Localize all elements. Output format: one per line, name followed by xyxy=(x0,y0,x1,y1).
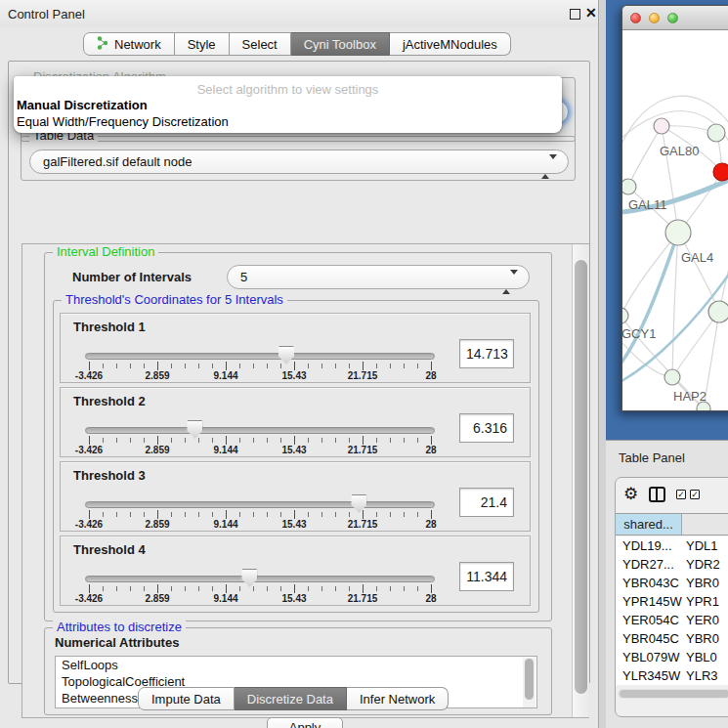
algorithm-option-manual[interactable]: Manual Discretization xyxy=(17,98,554,112)
tab-cyni-toolbox[interactable]: Cyni Toolbox xyxy=(291,32,390,56)
table-row[interactable]: YDL19...YDL1 xyxy=(616,536,728,555)
slider-major-tick xyxy=(363,362,364,370)
float-window-icon[interactable] xyxy=(570,9,580,20)
vertical-scrollbar-thumb[interactable] xyxy=(575,260,587,694)
panel-title: Control Panel xyxy=(8,7,85,21)
slider-handle[interactable] xyxy=(241,569,257,587)
gear-icon[interactable]: ⚙ xyxy=(623,486,638,502)
slider-handle[interactable] xyxy=(351,494,366,513)
slider-track[interactable] xyxy=(85,501,435,508)
slider-major-tick xyxy=(431,362,432,370)
vertical-scrollbar[interactable] xyxy=(572,244,589,717)
tab-network[interactable]: Network xyxy=(83,32,175,56)
threshold-value-field[interactable]: 11.344 xyxy=(459,562,514,591)
tab-discretize-data[interactable]: Discretize Data xyxy=(235,687,347,710)
slider-major-tick xyxy=(294,510,295,519)
table-cell[interactable]: YLR3 xyxy=(682,666,728,685)
table-cell[interactable]: YDL1 xyxy=(682,536,728,555)
threshold-panel-4: Threshold 4-3.4262.8599.14415.4321.71528… xyxy=(60,535,531,606)
attribute-list-item[interactable]: SelfLoops xyxy=(56,657,536,673)
table-cell[interactable]: YBR0 xyxy=(682,629,728,648)
node-table: ⚙ ✓ ✓ shared... n YDL19...YDL1YDR27...YD… xyxy=(615,477,728,717)
num-intervals-select[interactable]: 5 xyxy=(227,265,530,289)
apply-button[interactable]: Apply xyxy=(267,717,343,728)
attributes-group-title: Attributes to discretize xyxy=(53,620,186,634)
table-panel-title: Table Panel xyxy=(619,450,685,465)
network-window: GAL80 GAL11 GAL4 GCY1 HAP2 H GA C xyxy=(621,5,728,411)
slider-track[interactable] xyxy=(85,427,435,434)
algorithm-option-equal-width[interactable]: Equal Width/Frequency Discretization xyxy=(17,114,554,129)
slider-major-tick xyxy=(363,510,364,519)
table-row[interactable]: YDR27...YDR2 xyxy=(616,555,728,574)
table-data-select[interactable]: galFiltered.sif default node xyxy=(29,150,569,174)
slider-track[interactable] xyxy=(85,353,435,360)
tab-label: Discretize Data xyxy=(247,692,333,707)
table-row[interactable]: YBR045CYBR0 xyxy=(616,629,728,648)
close-icon[interactable]: ✕ xyxy=(585,5,597,21)
slider-handle[interactable] xyxy=(278,346,294,364)
tab-label: Network xyxy=(114,37,161,52)
slider-major-tick xyxy=(431,436,432,445)
tab-select[interactable]: Select xyxy=(230,32,291,56)
tab-label: Infer Network xyxy=(360,692,435,707)
tab-impute-data[interactable]: Impute Data xyxy=(138,687,235,710)
table-cell[interactable]: YBR045C xyxy=(616,629,682,648)
node-hap2[interactable] xyxy=(664,369,680,385)
horizontal-scrollbar[interactable] xyxy=(618,689,728,699)
column-header-shared-name[interactable]: shared... xyxy=(616,514,682,535)
node-right-mid[interactable] xyxy=(708,301,728,322)
column-header-name[interactable]: n xyxy=(682,514,728,535)
slider-major-tick xyxy=(226,436,227,445)
slider-major-tick xyxy=(294,362,295,370)
panel-divider[interactable] xyxy=(598,0,606,728)
horizontal-scrollbar-thumb[interactable] xyxy=(620,690,728,698)
tick-label: -3.426 xyxy=(75,593,103,604)
table-row[interactable]: YLR345WYLR3 xyxy=(616,666,728,685)
table-cell[interactable]: YBR0 xyxy=(682,574,728,592)
split-view-icon[interactable] xyxy=(649,487,665,502)
tab-infer-network[interactable]: Infer Network xyxy=(347,687,449,710)
table-cell[interactable]: YER0 xyxy=(682,611,728,629)
table-cell[interactable]: YDR27... xyxy=(616,555,682,574)
threshold-value-field[interactable]: 21.4 xyxy=(459,488,514,517)
control-panel-titlebar: Control Panel ✕ xyxy=(0,0,598,27)
table-row[interactable]: YBL079WYBL0 xyxy=(616,648,728,666)
table-cell[interactable]: YBL079W xyxy=(616,648,682,666)
node-top-right[interactable] xyxy=(707,124,725,142)
table-cell[interactable]: YBL0 xyxy=(682,648,728,666)
threshold-value-field[interactable]: 14.713 xyxy=(459,339,514,368)
threshold-value-field[interactable]: 6.316 xyxy=(459,413,514,443)
table-cell[interactable]: YER054C xyxy=(616,611,682,629)
slider-major-tick xyxy=(226,510,227,519)
zoom-traffic-light-icon[interactable] xyxy=(667,13,678,23)
table-row[interactable]: YPR145WYPR1 xyxy=(616,592,728,611)
table-row[interactable]: YER054CYER0 xyxy=(616,611,728,629)
table-cell[interactable]: YLR345W xyxy=(616,666,682,685)
node-gal80[interactable] xyxy=(654,118,669,134)
list-scrollbar-thumb[interactable] xyxy=(525,659,534,700)
slider-minor-ticks xyxy=(89,586,432,591)
close-traffic-light-icon[interactable] xyxy=(630,13,641,23)
table-row[interactable]: YBR043CYBR0 xyxy=(616,574,728,592)
tab-jactivemnodules[interactable]: jActiveMNodules xyxy=(390,32,511,56)
threshold-label: Threshold 4 xyxy=(73,542,146,557)
table-cell[interactable]: YPR145W xyxy=(616,592,682,611)
checkbox-icon[interactable]: ✓ xyxy=(676,490,686,499)
node-gal4[interactable] xyxy=(665,220,691,245)
tab-style[interactable]: Style xyxy=(175,32,230,56)
table-cell[interactable]: YBR043C xyxy=(616,574,682,592)
minimize-traffic-light-icon[interactable] xyxy=(649,13,660,23)
list-scrollbar[interactable] xyxy=(523,658,535,707)
node-gcy1[interactable] xyxy=(622,308,628,323)
tick-label: 21.715 xyxy=(348,593,378,604)
table-cell[interactable]: YDR2 xyxy=(682,555,728,574)
node-gal11[interactable] xyxy=(622,179,636,194)
table-cell[interactable]: YPR1 xyxy=(682,592,728,611)
numerical-attributes-label: Numerical Attributes xyxy=(55,635,179,650)
table-cell[interactable]: YDL19... xyxy=(616,536,682,555)
slider-track[interactable] xyxy=(85,576,435,582)
slider-handle[interactable] xyxy=(187,420,202,439)
network-canvas[interactable]: GAL80 GAL11 GAL4 GCY1 HAP2 H GA C xyxy=(622,31,728,411)
checkbox-icon[interactable]: ✓ xyxy=(690,490,700,499)
node-selected-red[interactable] xyxy=(713,163,728,181)
